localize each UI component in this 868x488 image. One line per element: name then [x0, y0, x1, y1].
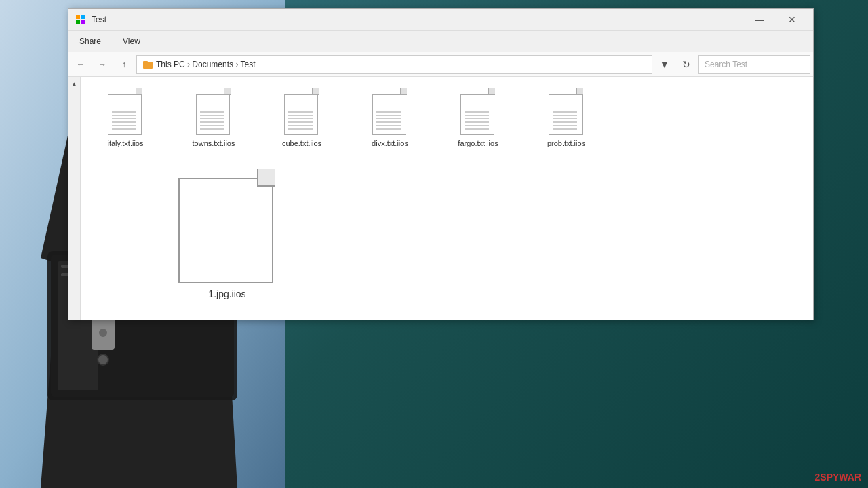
file-icon-small-divx [370, 88, 410, 135]
ribbon-tab-share[interactable]: Share [74, 34, 106, 49]
file-icon-large-jpg [173, 168, 281, 283]
scroll-area: ▲ [68, 77, 81, 320]
file-grid: italy.txt.iios towns.txt.iios [81, 77, 813, 320]
title-bar: Test — ✕ [68, 9, 813, 31]
forward-button[interactable]: → [93, 55, 112, 74]
explorer-window: Test — ✕ Share View ← → ↑ This PC › Docu… [68, 8, 814, 320]
ribbon-tab-view[interactable]: View [117, 34, 146, 49]
file-name-prob: prob.txt.iios [547, 139, 585, 147]
scroll-up[interactable]: ▲ [69, 78, 80, 89]
close-button[interactable]: ✕ [776, 10, 808, 29]
window-controls: — ✕ [744, 10, 808, 29]
file-icon-small-fargo [458, 88, 498, 135]
breadcrumb: This PC › Documents › Test [156, 60, 256, 69]
address-path[interactable]: This PC › Documents › Test [136, 55, 652, 74]
refresh-button[interactable]: ↻ [677, 55, 696, 74]
file-name-cube: cube.txt.iios [282, 139, 321, 147]
file-name-jpg: 1.jpg.iios [208, 288, 245, 299]
file-item-prob[interactable]: prob.txt.iios [532, 88, 600, 147]
search-placeholder: Search Test [705, 60, 747, 69]
dropdown-button[interactable]: ▼ [655, 55, 674, 74]
file-item-fargo[interactable]: fargo.txt.iios [444, 88, 512, 147]
file-item-italy[interactable]: italy.txt.iios [92, 88, 159, 147]
file-name-fargo: fargo.txt.iios [458, 139, 498, 147]
svg-point-18 [99, 329, 107, 337]
svg-rect-19 [76, 15, 80, 19]
file-row-1: italy.txt.iios towns.txt.iios [92, 88, 802, 147]
svg-rect-20 [81, 15, 85, 19]
file-name-towns: towns.txt.iios [193, 139, 235, 147]
ribbon: Share View [68, 31, 813, 52]
window-icon [74, 13, 87, 26]
svg-rect-22 [81, 20, 85, 24]
file-item-cube[interactable]: cube.txt.iios [268, 88, 336, 147]
svg-rect-24 [143, 61, 148, 64]
search-box[interactable]: Search Test [698, 55, 810, 74]
file-item-jpg[interactable]: 1.jpg.iios [159, 168, 295, 299]
file-icon-small-prob [546, 88, 587, 135]
file-icon-small-italy [105, 88, 146, 135]
content-area: ▲ italy.txt.iios [68, 77, 813, 320]
file-item-divx[interactable]: divx.txt.iios [356, 88, 424, 147]
file-name-italy: italy.txt.iios [108, 139, 144, 147]
watermark-text: 2SPYWAR [815, 472, 861, 483]
window-title: Test [92, 15, 744, 24]
back-button[interactable]: ← [71, 55, 90, 74]
address-bar: ← → ↑ This PC › Documents › Test ▼ ↻ Sea… [68, 52, 813, 77]
file-icon-small-towns [193, 88, 234, 135]
svg-point-16 [98, 354, 108, 365]
watermark: 2SPYWAR [815, 472, 861, 483]
svg-rect-21 [76, 20, 80, 24]
file-row-large: 1.jpg.iios [92, 168, 802, 299]
file-item-towns[interactable]: towns.txt.iios [180, 88, 248, 147]
file-name-divx: divx.txt.iios [372, 139, 408, 147]
minimize-button[interactable]: — [744, 10, 775, 29]
up-button[interactable]: ↑ [115, 55, 134, 74]
file-icon-small-cube [281, 88, 322, 135]
